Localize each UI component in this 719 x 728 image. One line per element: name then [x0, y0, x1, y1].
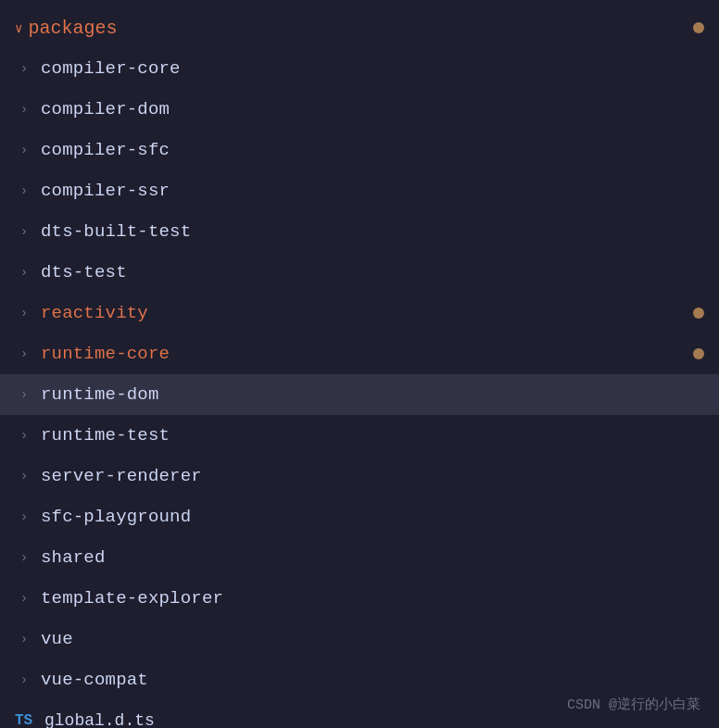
- modified-dot: [693, 308, 704, 319]
- folder-label: template-explorer: [41, 588, 704, 609]
- tree-item-server-renderer[interactable]: ›server-renderer: [0, 456, 719, 496]
- folder-label: shared: [41, 547, 704, 568]
- chevron-right-icon: ›: [15, 141, 33, 159]
- chevron-right-icon: ›: [15, 222, 33, 241]
- tree-item-compiler-sfc[interactable]: ›compiler-sfc: [0, 130, 719, 170]
- tree-item-reactivity[interactable]: ›reactivity: [0, 293, 719, 333]
- chevron-right-icon: ›: [15, 589, 33, 608]
- chevron-right-icon: ›: [15, 630, 33, 648]
- chevron-right-icon: ›: [15, 59, 33, 78]
- folder-label: vue-compat: [41, 670, 704, 690]
- watermark-text: CSDN @逆行的小白菜: [567, 696, 700, 713]
- chevron-right-icon: ›: [15, 548, 33, 567]
- folder-label: runtime-test: [41, 425, 704, 446]
- chevron-right-icon: ›: [15, 671, 33, 689]
- chevron-right-icon: ›: [15, 182, 33, 200]
- chevron-down-icon: ∨: [15, 20, 22, 36]
- folder-label: sfc-playground: [41, 507, 704, 527]
- file-label: global.d.ts: [44, 711, 155, 728]
- folder-label: runtime-core: [41, 344, 693, 364]
- tree-item-dts-built-test[interactable]: ›dts-built-test: [0, 211, 719, 252]
- modified-dot: [693, 22, 704, 33]
- root-label: packages: [28, 18, 693, 39]
- ts-icon: TS: [15, 712, 37, 728]
- tree-item-compiler-dom[interactable]: ›compiler-dom: [0, 89, 719, 130]
- folder-label: vue: [41, 629, 704, 649]
- folder-label: compiler-ssr: [41, 181, 704, 201]
- tree-item-compiler-ssr[interactable]: ›compiler-ssr: [0, 170, 719, 211]
- folder-label: compiler-sfc: [41, 140, 704, 160]
- tree-item-template-explorer[interactable]: ›template-explorer: [0, 578, 719, 619]
- folder-label: compiler-dom: [41, 99, 704, 119]
- folder-label: server-renderer: [41, 466, 704, 486]
- folder-label: runtime-dom: [41, 384, 704, 405]
- chevron-right-icon: ›: [15, 304, 33, 322]
- chevron-right-icon: ›: [15, 100, 33, 119]
- tree-item-dts-test[interactable]: ›dts-test: [0, 252, 719, 293]
- tree-items-container: ›compiler-core›compiler-dom›compiler-sfc…: [0, 48, 719, 700]
- folder-label: reactivity: [41, 303, 693, 323]
- folder-label: dts-test: [41, 262, 704, 282]
- modified-dot: [693, 348, 704, 359]
- tree-item-shared[interactable]: ›shared: [0, 537, 719, 578]
- tree-item-compiler-core[interactable]: ›compiler-core: [0, 48, 719, 89]
- chevron-right-icon: ›: [15, 263, 33, 282]
- tree-item-sfc-playground[interactable]: ›sfc-playground: [0, 496, 719, 537]
- folder-label: compiler-core: [41, 58, 704, 79]
- tree-item-vue-compat[interactable]: ›vue-compat: [0, 659, 719, 700]
- tree-item-vue[interactable]: ›vue: [0, 619, 719, 659]
- chevron-right-icon: ›: [15, 508, 33, 526]
- folder-label: dts-built-test: [41, 221, 704, 242]
- tree-root-packages[interactable]: ∨ packages: [0, 7, 719, 48]
- chevron-right-icon: ›: [15, 385, 33, 404]
- chevron-right-icon: ›: [15, 345, 33, 363]
- tree-item-runtime-core[interactable]: ›runtime-core: [0, 333, 719, 374]
- tree-item-runtime-test[interactable]: ›runtime-test: [0, 415, 719, 456]
- chevron-right-icon: ›: [15, 467, 33, 485]
- chevron-right-icon: ›: [15, 426, 33, 445]
- tree-item-runtime-dom[interactable]: ›runtime-dom: [0, 374, 719, 415]
- file-tree: ∨ packages ›compiler-core›compiler-dom›c…: [0, 0, 719, 728]
